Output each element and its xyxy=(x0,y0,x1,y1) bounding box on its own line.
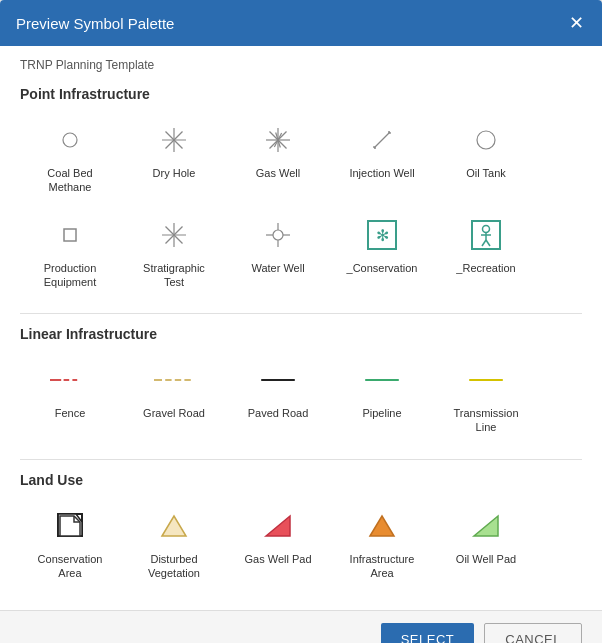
dialog-footer: SELECT CANCEL xyxy=(0,610,602,643)
dry-hole-icon xyxy=(154,120,194,160)
oil-well-pad-icon xyxy=(466,506,506,546)
symbol-oil-well-pad[interactable]: Oil Well Pad xyxy=(436,498,536,589)
water-well-svg xyxy=(262,219,294,251)
pipeline-label: Pipeline xyxy=(362,406,401,420)
dry-hole-svg xyxy=(158,124,190,156)
conservation-svg: ✻ xyxy=(365,218,399,252)
symbol-conservation[interactable]: ✻ _Conservation xyxy=(332,207,432,298)
land-divider xyxy=(20,459,582,460)
svg-rect-17 xyxy=(64,229,76,241)
production-label: ProductionEquipment xyxy=(44,261,97,290)
conservation-area-svg xyxy=(52,508,88,544)
paved-road-svg xyxy=(258,372,298,388)
svg-point-30 xyxy=(483,225,490,232)
section-title-land: Land Use xyxy=(20,472,582,488)
close-button[interactable]: ✕ xyxy=(567,14,586,32)
select-button[interactable]: SELECT xyxy=(381,623,475,643)
paved-road-icon xyxy=(258,360,298,400)
production-svg xyxy=(54,219,86,251)
cancel-button[interactable]: CANCEL xyxy=(484,623,582,643)
disturbed-veg-label: DisturbedVegetation xyxy=(148,552,200,581)
symbol-dry-hole[interactable]: Dry Hole xyxy=(124,112,224,203)
gas-well-pad-label: Gas Well Pad xyxy=(244,552,311,566)
disturbed-veg-svg xyxy=(156,508,192,544)
point-symbol-grid: Coal BedMethane Dry Hole xyxy=(20,112,582,297)
svg-line-33 xyxy=(482,240,486,246)
recreation-svg xyxy=(469,218,503,252)
gas-well-pad-icon xyxy=(258,506,298,546)
symbol-pipeline[interactable]: Pipeline xyxy=(332,352,432,443)
symbol-transmission[interactable]: TransmissionLine xyxy=(436,352,536,443)
paved-road-label: Paved Road xyxy=(248,406,309,420)
coal-bed-icon xyxy=(50,120,90,160)
coal-bed-svg xyxy=(54,124,86,156)
gas-well-label: Gas Well xyxy=(256,166,300,180)
dialog-header: Preview Symbol Palette ✕ xyxy=(0,0,602,46)
gas-well-svg xyxy=(262,124,294,156)
symbol-water-well[interactable]: Water Well xyxy=(228,207,328,298)
symbol-coal-bed[interactable]: Coal BedMethane xyxy=(20,112,120,203)
dialog-body: TRNP Planning Template Point Infrastruct… xyxy=(0,46,602,610)
symbol-disturbed-veg[interactable]: DisturbedVegetation xyxy=(124,498,224,589)
symbol-gravel-road[interactable]: Gravel Road xyxy=(124,352,224,443)
symbol-strat[interactable]: StratigraphicTest xyxy=(124,207,224,298)
oil-well-pad-svg xyxy=(468,508,504,544)
oil-tank-label: Oil Tank xyxy=(466,166,506,180)
transmission-label: TransmissionLine xyxy=(454,406,519,435)
svg-point-16 xyxy=(477,131,495,149)
fence-icon xyxy=(50,360,90,400)
recreation-icon xyxy=(466,215,506,255)
section-title-linear: Linear Infrastructure xyxy=(20,326,582,342)
disturbed-veg-icon xyxy=(154,506,194,546)
svg-line-11 xyxy=(374,132,390,148)
coal-bed-label: Coal BedMethane xyxy=(47,166,92,195)
injection-well-label: Injection Well xyxy=(349,166,414,180)
dry-hole-label: Dry Hole xyxy=(153,166,196,180)
symbol-fence[interactable]: Fence xyxy=(20,352,120,443)
production-icon xyxy=(50,215,90,255)
svg-point-0 xyxy=(63,133,77,147)
symbol-injection-well[interactable]: Injection Well xyxy=(332,112,432,203)
fence-label: Fence xyxy=(55,406,86,420)
injection-well-svg xyxy=(366,124,398,156)
symbol-paved-road[interactable]: Paved Road xyxy=(228,352,328,443)
linear-divider xyxy=(20,313,582,314)
transmission-svg xyxy=(466,372,506,388)
svg-marker-48 xyxy=(162,516,186,536)
oil-well-pad-label: Oil Well Pad xyxy=(456,552,516,566)
conservation-area-label: ConservationArea xyxy=(38,552,103,581)
symbol-recreation[interactable]: _Recreation xyxy=(436,207,536,298)
land-symbol-grid: ConservationArea DisturbedVegetation Gas… xyxy=(20,498,582,589)
dialog: Preview Symbol Palette ✕ TRNP Planning T… xyxy=(0,0,602,643)
svg-text:✻: ✻ xyxy=(376,227,389,244)
water-well-icon xyxy=(258,215,298,255)
pipeline-svg xyxy=(362,372,402,388)
symbol-conservation-area[interactable]: ConservationArea xyxy=(20,498,120,589)
gas-well-pad-svg xyxy=(260,508,296,544)
svg-marker-47 xyxy=(60,516,80,536)
water-well-label: Water Well xyxy=(251,261,304,275)
oil-tank-icon xyxy=(466,120,506,160)
svg-point-22 xyxy=(273,230,283,240)
gas-well-icon xyxy=(258,120,298,160)
conservation-label: _Conservation xyxy=(347,261,418,275)
strat-label: StratigraphicTest xyxy=(143,261,205,290)
gravel-road-svg xyxy=(154,372,194,388)
infra-area-icon xyxy=(362,506,402,546)
strat-icon xyxy=(154,215,194,255)
svg-line-34 xyxy=(486,240,490,246)
symbol-oil-tank[interactable]: Oil Tank xyxy=(436,112,536,203)
pipeline-icon xyxy=(362,360,402,400)
symbol-gas-well-pad[interactable]: Gas Well Pad xyxy=(228,498,328,589)
symbol-production[interactable]: ProductionEquipment xyxy=(20,207,120,298)
injection-well-icon xyxy=(362,120,402,160)
recreation-label: _Recreation xyxy=(456,261,515,275)
symbol-infra-area[interactable]: InfrastructureArea xyxy=(332,498,432,589)
dialog-title: Preview Symbol Palette xyxy=(16,15,174,32)
svg-marker-49 xyxy=(266,516,290,536)
gravel-road-icon xyxy=(154,360,194,400)
svg-marker-51 xyxy=(474,516,498,536)
strat-svg xyxy=(158,219,190,251)
symbol-gas-well[interactable]: Gas Well xyxy=(228,112,328,203)
svg-marker-50 xyxy=(370,516,394,536)
